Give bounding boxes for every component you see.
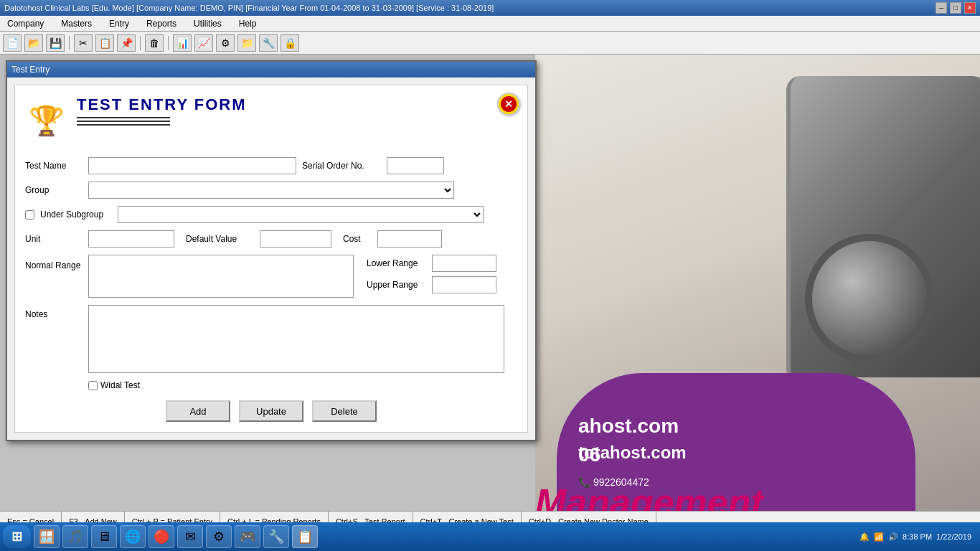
normal-range-textarea[interactable] (88, 255, 354, 298)
menu-utilities[interactable]: Utilities (189, 17, 226, 30)
start-button[interactable]: ⊞ (3, 525, 31, 548)
dialog-title-text: Test Entry (11, 65, 50, 75)
under-subgroup-checkbox[interactable] (25, 210, 34, 220)
taskbar-app-6[interactable]: ✉ (177, 525, 203, 548)
open-icon[interactable]: 📂 (24, 34, 43, 52)
app-title: Datotohost Clinical Labs [Edu. Mode] [Co… (4, 4, 494, 12)
notes-row: Notes (25, 305, 517, 373)
under-subgroup-label: Under Subgroup (40, 209, 112, 220)
taskbar-app-3[interactable]: 🖥 (91, 525, 117, 548)
subtitle-line-1 (77, 117, 170, 118)
form-subtitle-lines (77, 117, 517, 126)
range-row: Normal Range Lower Range Upper Range (25, 255, 517, 298)
taskbar-app-10[interactable]: 📋 (292, 525, 318, 548)
widal-checkbox-group: Widal Test (88, 380, 140, 390)
lock-icon[interactable]: 🔒 (281, 34, 299, 52)
cut-icon[interactable]: ✂ (74, 34, 93, 52)
subgroup-select[interactable] (118, 206, 484, 223)
lower-range-input[interactable] (432, 255, 496, 272)
cost-input[interactable] (377, 230, 442, 248)
upper-range-input[interactable] (432, 276, 496, 293)
group-select[interactable] (88, 182, 454, 199)
normal-range-label: Normal Range (25, 260, 83, 270)
separator-2 (140, 36, 141, 50)
unit-label: Unit (25, 234, 83, 244)
subtitle-line-2 (77, 121, 170, 122)
delete-icon[interactable]: 🗑 (145, 34, 164, 52)
update-button[interactable]: Update (239, 400, 303, 422)
maximize-button[interactable]: □ (950, 2, 961, 14)
form-header: 🏆 TEST ENTRY FORM ✕ (25, 95, 517, 146)
unit-input[interactable] (88, 230, 174, 248)
test-name-input[interactable] (88, 157, 296, 174)
unit-row: Unit Default Value Cost (25, 230, 517, 248)
save-icon[interactable]: 💾 (46, 34, 65, 52)
taskbar-app-5[interactable]: 🔴 (149, 525, 174, 548)
notes-textarea[interactable] (88, 305, 504, 373)
copy-icon[interactable]: 📋 (95, 34, 114, 52)
widal-test-label: Widal Test (100, 380, 140, 390)
main-area: ahost.com totahost.com 06 📞 9922604472 M… (0, 55, 980, 531)
title-bar: Datotohost Clinical Labs [Edu. Mode] [Co… (0, 0, 980, 16)
settings-icon[interactable]: ⚙ (216, 34, 235, 52)
delete-button[interactable]: Delete (312, 400, 377, 422)
default-value-input[interactable] (260, 230, 331, 248)
form-title-block: TEST ENTRY FORM (77, 95, 517, 128)
upper-range-row: Upper Range (367, 276, 496, 293)
chart1-icon[interactable]: 📊 (173, 34, 192, 52)
subgroup-row: Under Subgroup (25, 206, 517, 223)
taskbar-app-7[interactable]: ⚙ (206, 525, 232, 548)
menu-entry[interactable]: Entry (105, 17, 133, 30)
dialog-title-bar: Test Entry (7, 62, 535, 77)
taskbar-time: 8:38 PM (903, 532, 932, 541)
taskbar-app-2[interactable]: 🎵 (62, 525, 88, 548)
volume-icon: 🔊 (888, 532, 898, 542)
menu-help[interactable]: Help (235, 17, 261, 30)
notes-label: Notes (25, 309, 83, 319)
group-row: Group (25, 182, 517, 199)
taskbar-date: 1/22/2019 (936, 532, 971, 541)
group-label: Group (25, 185, 83, 195)
test-entry-dialog: Test Entry 🏆 TEST ENTRY FORM ✕ (6, 60, 537, 441)
windows-icon: ⊞ (11, 529, 22, 545)
subtitle-line-3 (77, 124, 170, 126)
close-window-button[interactable]: ✕ (964, 2, 976, 14)
widal-test-checkbox[interactable] (88, 381, 98, 390)
taskbar-right: 🔔 📶 🔊 8:38 PM 1/22/2019 (859, 532, 977, 542)
taskbar-app-9[interactable]: 🔧 (263, 525, 289, 548)
taskbar: ⊞ 🪟 🎵 🖥 🌐 🔴 ✉ ⚙ 🎮 🔧 📋 🔔 📶 🔊 8:38 PM 1/22… (0, 522, 980, 551)
menu-reports[interactable]: Reports (142, 17, 181, 30)
close-button[interactable]: ✕ (497, 93, 520, 116)
taskbar-app-1[interactable]: 🪟 (34, 525, 60, 548)
cost-label: Cost (343, 234, 372, 244)
new-icon[interactable]: 📄 (3, 34, 22, 52)
taskbar-app-8[interactable]: 🎮 (235, 525, 260, 548)
button-row: Add Update Delete (25, 400, 517, 422)
serial-order-input[interactable] (387, 157, 444, 174)
chart2-icon[interactable]: 📈 (194, 34, 213, 52)
menu-bar: Company Masters Entry Reports Utilities … (0, 16, 980, 32)
minimize-button[interactable]: ─ (936, 2, 947, 14)
tools-icon[interactable]: 🔧 (259, 34, 278, 52)
notification-icon: 🔔 (859, 532, 870, 542)
bg-text-3: 06 (578, 443, 600, 466)
separator-1 (69, 36, 70, 50)
lower-range-label: Lower Range (367, 258, 428, 268)
menu-company[interactable]: Company (3, 17, 48, 30)
folder-icon[interactable]: 📁 (237, 34, 256, 52)
test-name-label: Test Name (25, 161, 83, 171)
toolbar: 📄 📂 💾 ✂ 📋 📌 🗑 📊 📈 ⚙ 📁 🔧 🔒 (0, 32, 980, 55)
upper-range-label: Upper Range (367, 280, 428, 290)
paste-icon[interactable]: 📌 (117, 34, 136, 52)
widal-row: Widal Test (25, 380, 517, 390)
test-name-row: Test Name Serial Order No. (25, 157, 517, 174)
separator-3 (168, 36, 169, 50)
lower-range-row: Lower Range (367, 255, 496, 272)
network-icon: 📶 (874, 532, 884, 542)
trophy-icon: 🏆 (25, 95, 68, 146)
microscope-lens (805, 234, 934, 363)
add-button[interactable]: Add (166, 400, 230, 422)
menu-masters[interactable]: Masters (57, 17, 96, 30)
serial-order-label: Serial Order No. (302, 161, 381, 171)
taskbar-app-4[interactable]: 🌐 (120, 525, 146, 548)
